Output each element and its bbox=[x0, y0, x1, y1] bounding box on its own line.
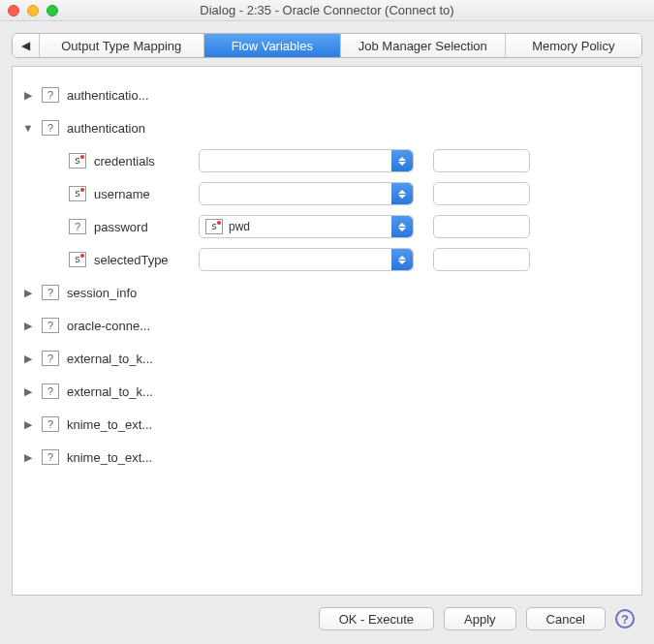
disclosure-icon[interactable]: ▶ bbox=[22, 287, 34, 299]
tree-leaf-selected-type: selectedType bbox=[22, 243, 632, 276]
tree-node[interactable]: ▶ authenticatio... bbox=[22, 78, 632, 111]
ok-execute-button[interactable]: OK - Execute bbox=[319, 607, 434, 630]
dialog-button-bar: OK - Execute Apply Cancel ? bbox=[12, 596, 642, 636]
disclosure-icon[interactable]: ▶ bbox=[22, 353, 34, 365]
selected-type-dropdown[interactable] bbox=[199, 248, 414, 271]
tab-bar: ◀ Output Type Mapping Flow Variables Job… bbox=[12, 33, 642, 58]
disclosure-icon[interactable]: ▶ bbox=[22, 385, 34, 398]
tab-flow-variables[interactable]: Flow Variables bbox=[204, 34, 341, 57]
tree-node[interactable]: ▼ authentication bbox=[22, 111, 632, 144]
dropdown-value: pwd bbox=[229, 220, 250, 233]
username-dropdown[interactable] bbox=[199, 182, 414, 205]
node-label: authenticatio... bbox=[67, 88, 164, 103]
type-string-icon bbox=[69, 252, 86, 267]
tree-node[interactable]: ▶ knime_to_ext... bbox=[22, 441, 632, 474]
leaf-label: username bbox=[94, 187, 191, 201]
cancel-button[interactable]: Cancel bbox=[526, 607, 606, 630]
chevron-icon bbox=[391, 183, 413, 204]
password-dropdown[interactable]: pwd bbox=[199, 215, 414, 238]
tree-node[interactable]: ▶ external_to_k... bbox=[22, 342, 632, 375]
chevron-icon bbox=[391, 249, 413, 270]
type-unknown-icon bbox=[42, 449, 59, 465]
chevron-icon bbox=[391, 150, 413, 171]
type-string-icon bbox=[69, 153, 86, 169]
tab-output-type-mapping[interactable]: Output Type Mapping bbox=[40, 34, 204, 57]
tree-node[interactable]: ▶ external_to_k... bbox=[22, 375, 632, 408]
node-label: session_info bbox=[67, 286, 164, 300]
credentials-input[interactable] bbox=[433, 149, 530, 172]
type-unknown-icon bbox=[42, 87, 59, 103]
tab-memory-policy[interactable]: Memory Policy bbox=[506, 34, 641, 57]
title-bar: Dialog - 2:35 - Oracle Connector (Connec… bbox=[0, 0, 654, 21]
node-label: external_to_k... bbox=[67, 352, 164, 366]
apply-button[interactable]: Apply bbox=[444, 607, 516, 630]
type-unknown-icon bbox=[42, 318, 59, 333]
username-input[interactable] bbox=[433, 182, 530, 205]
selected-type-input[interactable] bbox=[433, 248, 530, 271]
type-unknown-icon bbox=[42, 416, 59, 432]
type-string-icon bbox=[69, 186, 86, 201]
node-label: oracle-conne... bbox=[67, 319, 164, 333]
tab-job-manager[interactable]: Job Manager Selection bbox=[341, 34, 506, 57]
type-unknown-icon bbox=[42, 285, 59, 300]
disclosure-icon[interactable]: ▼ bbox=[22, 122, 34, 134]
tree-node[interactable]: ▶ knime_to_ext... bbox=[22, 408, 632, 441]
window-title: Dialog - 2:35 - Oracle Connector (Connec… bbox=[0, 3, 654, 17]
disclosure-icon[interactable]: ▶ bbox=[22, 320, 34, 332]
type-unknown-icon bbox=[69, 219, 86, 234]
tab-scroll-left[interactable]: ◀ bbox=[13, 34, 40, 57]
disclosure-icon[interactable]: ▶ bbox=[22, 418, 34, 431]
credentials-dropdown[interactable] bbox=[199, 149, 414, 172]
password-input[interactable] bbox=[433, 215, 530, 238]
leaf-label: selectedType bbox=[94, 253, 191, 267]
leaf-label: credentials bbox=[94, 154, 191, 169]
tree-leaf-credentials: credentials bbox=[22, 144, 632, 177]
tree-leaf-password: password pwd bbox=[22, 210, 632, 243]
leaf-label: password bbox=[94, 220, 191, 234]
help-icon[interactable]: ? bbox=[615, 609, 635, 629]
disclosure-icon[interactable]: ▶ bbox=[22, 451, 34, 464]
chevron-icon bbox=[391, 216, 413, 237]
type-unknown-icon bbox=[42, 383, 59, 399]
node-label: knime_to_ext... bbox=[67, 417, 164, 432]
node-label: external_to_k... bbox=[67, 384, 164, 399]
flow-variables-panel: ▶ authenticatio... ▼ authentication cred… bbox=[12, 66, 642, 596]
tree-node[interactable]: ▶ session_info bbox=[22, 276, 632, 309]
node-label: authentication bbox=[67, 121, 164, 136]
type-unknown-icon bbox=[42, 120, 59, 136]
type-unknown-icon bbox=[42, 351, 59, 366]
disclosure-icon[interactable]: ▶ bbox=[22, 89, 34, 102]
type-string-icon bbox=[205, 219, 223, 234]
node-label: knime_to_ext... bbox=[67, 450, 164, 465]
tree-leaf-username: username bbox=[22, 177, 632, 210]
tree-node[interactable]: ▶ oracle-conne... bbox=[22, 309, 632, 342]
